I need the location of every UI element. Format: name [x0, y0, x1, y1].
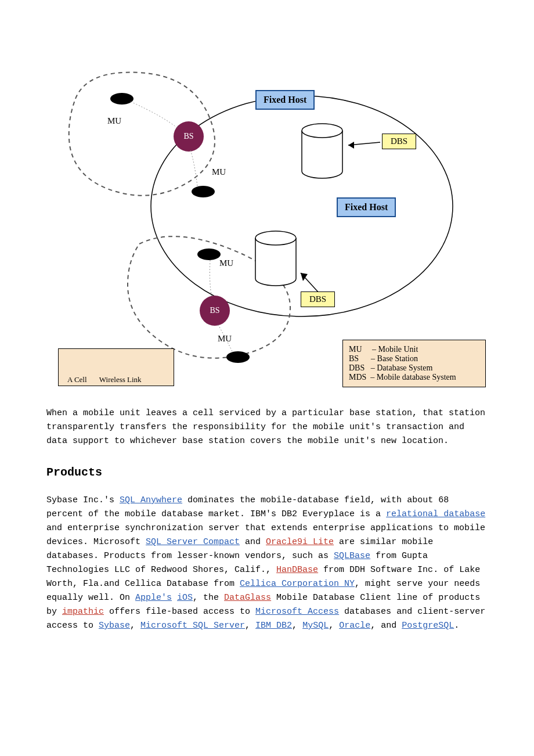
link-dataglass[interactable]: DataGlass: [224, 593, 271, 603]
svg-point-5: [197, 249, 221, 260]
link-ibm-db2[interactable]: IBM DB2: [255, 621, 292, 631]
products-heading: Products: [46, 466, 488, 479]
legend-right: MU – Mobile Unit BS – Base Station DBS –…: [342, 340, 486, 387]
link-ms-sql-server[interactable]: Microsoft SQL Server: [140, 621, 245, 631]
network-diagram: Fixed Host Fixed Host DBS DBS MU MU MU M…: [58, 64, 476, 389]
legend-mu: MU – Mobile Unit: [349, 345, 479, 354]
svg-marker-10: [348, 142, 354, 149]
link-cellica[interactable]: Cellica Corporation NY: [240, 579, 355, 589]
dbs-label-2: DBS: [301, 291, 335, 307]
mu-label-4: MU: [218, 334, 232, 344]
svg-point-8: [255, 231, 296, 245]
link-relational-database[interactable]: relational database: [386, 509, 485, 519]
dbs-label-1: DBS: [382, 134, 416, 149]
mu-label-2: MU: [212, 167, 226, 177]
link-apples[interactable]: Apple's: [135, 593, 172, 603]
bs-label-2: BS: [206, 306, 223, 315]
bs-label-1: BS: [180, 132, 197, 141]
link-mysql[interactable]: MySQL: [302, 621, 329, 631]
legend-mds: MDS – Mobile database System: [349, 373, 479, 382]
link-ios[interactable]: iOS: [177, 593, 193, 603]
link-postgresql[interactable]: PostgreSQL: [402, 621, 454, 631]
legend-wireless-label: Wireless Link: [99, 375, 142, 384]
link-microsoft-access[interactable]: Microsoft Access: [255, 607, 339, 617]
svg-point-7: [302, 124, 342, 138]
svg-point-3: [110, 93, 134, 105]
legend-bs: BS – Base Station: [349, 354, 479, 363]
paragraph-1: When a mobile unit leaves a cell service…: [46, 406, 488, 448]
link-sql-server-compact[interactable]: SQL Server Compact: [146, 537, 240, 547]
svg-point-4: [192, 186, 215, 197]
mu-label-1: MU: [107, 116, 121, 126]
legend-left: A Cell Wireless Link: [58, 348, 174, 386]
fixed-host-label-2: Fixed Host: [337, 197, 396, 217]
link-handbase[interactable]: HanDBase: [276, 565, 318, 575]
mu-label-3: MU: [219, 258, 233, 268]
legend-cell-label: A Cell: [67, 375, 87, 384]
paragraph-2: Sybase Inc.'s SQL Anywhere dominates the…: [46, 494, 488, 633]
link-oracle[interactable]: Oracle: [339, 621, 370, 631]
legend-dbs: DBS – Database System: [349, 363, 479, 373]
link-oracle9i-lite[interactable]: Oracle9i Lite: [266, 537, 334, 547]
svg-point-6: [226, 351, 250, 363]
link-sqlbase[interactable]: SQLBase: [334, 551, 370, 561]
fixed-host-label-1: Fixed Host: [255, 90, 315, 110]
link-impathic[interactable]: impathic: [62, 607, 104, 617]
link-sql-anywhere[interactable]: SQL Anywhere: [120, 495, 182, 505]
link-sybase[interactable]: Sybase: [99, 621, 130, 631]
